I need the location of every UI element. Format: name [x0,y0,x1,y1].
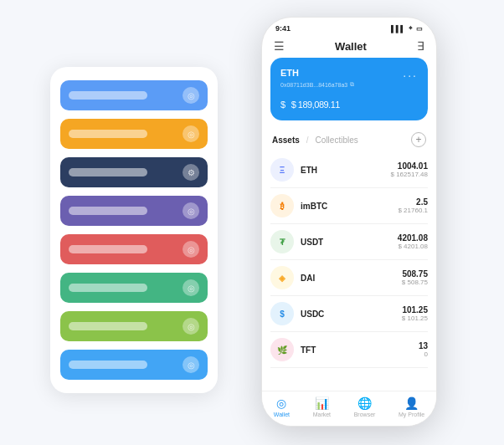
menu-icon[interactable]: ☰ [274,39,285,53]
add-asset-button[interactable]: + [411,132,426,147]
asset-row[interactable]: $ USDC 101.25 $ 101.25 [270,296,428,332]
asset-icon: 🌿 [270,338,294,361]
copy-icon[interactable]: ⧉ [350,81,354,88]
asset-amount: 1004.01 [391,161,429,171]
color-bar-icon: ◎ [183,125,199,142]
color-bar-icon: ◎ [183,318,199,335]
phone-navbar: ☰ Wallet ∃ [262,36,436,58]
color-bar-inner [69,207,147,215]
background-panel: ◎ ◎ ⚙ ◎ ◎ ◎ ◎ ◎ [50,67,218,393]
battery-icon: ▭ [416,25,423,33]
color-bar-icon: ⚙ [183,164,199,181]
wifi-icon: ⌖ [409,24,413,33]
tab-collectibles[interactable]: Collectibles [316,136,358,145]
color-bar-inner [69,361,147,369]
asset-row[interactable]: ₮ USDT 4201.08 $ 4201.08 [270,224,428,260]
bottom-nav-browser[interactable]: 🌐 Browser [354,396,376,417]
bottom-nav-icon: 🌐 [357,396,372,410]
asset-values: 1004.01 $ 162517.48 [391,161,429,178]
asset-name: USDC [301,309,402,319]
asset-name: ETH [301,166,391,175]
asset-row[interactable]: ◈ DAI 508.75 $ 508.75 [270,260,428,296]
asset-values: 508.75 $ 508.75 [402,269,428,286]
bottom-nav-label: Market [313,412,331,417]
color-bar-icon: ◎ [183,202,199,219]
asset-icon: $ [270,302,294,325]
asset-amount: 13 [419,341,428,350]
color-bar: ◎ [60,196,208,226]
asset-row[interactable]: 🌿 TFT 13 0 [270,332,428,368]
asset-usd: $ 101.25 [402,315,428,322]
asset-usd: $ 162517.48 [391,171,429,178]
asset-icon: ₮ [270,230,294,253]
status-icons: ▌▌▌ ⌖ ▭ [391,24,423,33]
tab-divider: / [306,136,309,145]
asset-amount: 101.25 [402,305,428,315]
asset-name: USDT [301,238,398,247]
eth-card-label: ETH [280,68,299,78]
bottom-nav-label: Browser [354,412,376,417]
page-title: Wallet [335,40,367,53]
scan-icon[interactable]: ∃ [417,39,424,53]
asset-name: imBTC [301,202,398,211]
bottom-nav-label: My Profile [399,412,424,417]
asset-amount: 508.75 [402,269,428,279]
eth-amount: $ $ 189,089.11 [280,93,418,112]
asset-values: 4201.08 $ 4201.08 [398,233,428,250]
color-bar-inner [69,245,147,253]
status-time: 9:41 [275,24,291,33]
color-bar: ◎ [60,80,208,110]
asset-values: 101.25 $ 101.25 [402,305,428,322]
status-bar: 9:41 ▌▌▌ ⌖ ▭ [262,18,436,36]
phone-frame: 9:41 ▌▌▌ ⌖ ▭ ☰ Wallet ∃ ETH ... 0x08711d… [261,17,437,427]
eth-card-top: ETH ... [280,66,418,79]
color-bar: ⚙ [60,157,208,187]
bottom-nav-wallet[interactable]: ◎ Wallet [274,396,290,417]
asset-amount: 4201.08 [398,233,428,243]
bottom-nav-my-profile[interactable]: 👤 My Profile [399,396,424,417]
asset-amount: 2.5 [398,197,428,207]
asset-name: TFT [301,345,419,355]
asset-values: 2.5 $ 21760.1 [398,197,428,214]
color-bar-icon: ◎ [183,279,199,296]
color-bar-inner [69,284,147,292]
color-bar-icon: ◎ [183,241,199,258]
eth-address: 0x08711d3B...8416a78a3 ⧉ [280,81,418,88]
asset-usd: $ 508.75 [402,279,428,286]
color-bar-inner [69,91,147,100]
asset-icon: ₿ [270,194,294,217]
color-bar-icon: ◎ [183,356,199,373]
color-bar: ◎ [60,273,208,303]
color-bar: ◎ [60,311,208,341]
color-bar: ◎ [60,119,208,149]
asset-list: Ξ ETH 1004.01 $ 162517.48 ₿ imBTC 2.5 $ … [262,152,436,391]
color-bar-inner [69,130,147,138]
signal-icon: ▌▌▌ [391,25,405,33]
bottom-nav-market[interactable]: 📊 Market [313,396,331,417]
color-bar: ◎ [60,234,208,264]
eth-card: ETH ... 0x08711d3B...8416a78a3 ⧉ $ $ 189… [270,58,428,120]
bottom-nav-icon: ◎ [276,396,286,410]
tab-assets[interactable]: Assets [272,136,300,145]
bottom-nav-icon: 👤 [404,396,419,410]
asset-usd: $ 21760.1 [398,207,428,214]
color-bar-inner [69,322,147,330]
asset-icon: ◈ [270,266,294,289]
currency-symbol: $ [280,100,285,110]
color-bar: ◎ [60,350,208,380]
asset-values: 13 0 [419,341,428,358]
bottom-nav-icon: 📊 [315,396,329,410]
asset-row[interactable]: Ξ ETH 1004.01 $ 162517.48 [270,152,428,188]
bottom-navbar: ◎ Wallet 📊 Market 🌐 Browser 👤 My Profile [262,391,436,426]
bottom-nav-label: Wallet [274,412,290,417]
eth-card-menu[interactable]: ... [403,66,418,79]
asset-row[interactable]: ₿ imBTC 2.5 $ 21760.1 [270,188,428,224]
assets-tabs: Assets / Collectibles [272,136,358,145]
asset-name: DAI [301,274,402,283]
asset-usd: 0 [419,350,428,358]
color-bar-inner [69,168,147,176]
color-bar-icon: ◎ [183,87,199,104]
asset-icon: Ξ [270,158,294,182]
asset-usd: $ 4201.08 [398,243,428,250]
assets-header: Assets / Collectibles + [262,129,436,152]
